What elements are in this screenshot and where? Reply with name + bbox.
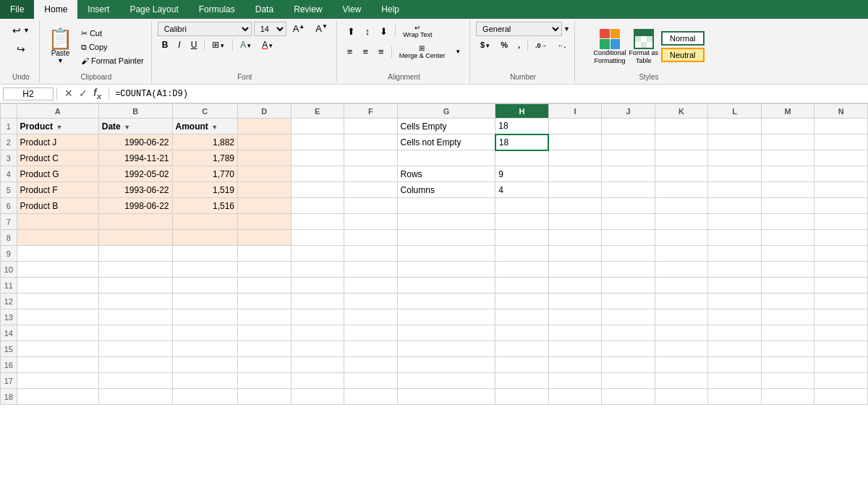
tab-file[interactable]: File (0, 0, 34, 19)
cell-D6[interactable] (238, 198, 292, 214)
col-header-e[interactable]: E (291, 104, 344, 119)
cell-G6[interactable] (397, 198, 495, 214)
row-header-10[interactable]: 10 (1, 262, 17, 278)
cell-B2[interactable]: 1990-06-22 (98, 134, 172, 150)
cell-J8[interactable] (602, 230, 655, 246)
confirm-formula-button[interactable]: ✓ (77, 87, 89, 99)
cell-F18[interactable] (344, 389, 398, 405)
row-header-12[interactable]: 12 (1, 294, 17, 309)
col-header-h[interactable]: H (495, 104, 549, 119)
cell-N18[interactable] (814, 389, 868, 405)
cell-D3[interactable] (238, 150, 292, 166)
tab-view[interactable]: View (333, 0, 372, 19)
cell-H10[interactable] (495, 262, 549, 278)
row-header-15[interactable]: 15 (1, 341, 17, 357)
cell-M16[interactable] (761, 357, 814, 373)
cell-C7[interactable] (172, 214, 237, 230)
cell-G18[interactable] (397, 389, 495, 405)
cell-I4[interactable] (548, 166, 602, 182)
cell-K9[interactable] (655, 246, 708, 262)
cell-H3[interactable] (495, 150, 549, 166)
cell-G5[interactable]: Columns (397, 182, 495, 198)
cell-D9[interactable] (238, 246, 292, 262)
cell-C10[interactable] (172, 262, 237, 278)
align-middle-button[interactable]: ↕ (361, 24, 375, 39)
cell-K4[interactable] (655, 166, 708, 182)
cell-L7[interactable] (708, 214, 762, 230)
currency-button[interactable]: $▼ (476, 38, 495, 51)
cell-H18[interactable] (495, 389, 549, 405)
cell-M2[interactable] (761, 134, 814, 150)
cell-C5[interactable]: 1,519 (172, 182, 237, 198)
tab-insert[interactable]: Insert (77, 0, 119, 19)
col-header-d[interactable]: D (238, 104, 292, 119)
cell-B9[interactable] (98, 246, 172, 262)
cell-B5[interactable]: 1993-06-22 (98, 182, 172, 198)
cell-B16[interactable] (98, 357, 172, 373)
conditional-formatting-button[interactable]: ConditionalFormatting (594, 29, 626, 65)
normal-style-button[interactable]: Normal (661, 31, 704, 46)
row-header-14[interactable]: 14 (1, 325, 17, 341)
cell-H7[interactable] (495, 214, 549, 230)
col-header-k[interactable]: K (655, 104, 708, 119)
cell-N7[interactable] (814, 214, 868, 230)
cell-E6[interactable] (291, 198, 344, 214)
tab-formulas[interactable]: Formulas (189, 0, 245, 19)
cell-F6[interactable] (344, 198, 398, 214)
align-right-button[interactable]: ≡ (374, 44, 388, 59)
cell-K5[interactable] (655, 182, 708, 198)
cell-I6[interactable] (548, 198, 602, 214)
cell-K11[interactable] (655, 278, 708, 294)
cell-I7[interactable] (548, 214, 602, 230)
tab-review[interactable]: Review (284, 0, 332, 19)
cell-A8[interactable] (17, 230, 98, 246)
cell-B18[interactable] (98, 389, 172, 405)
cell-M13[interactable] (761, 309, 814, 325)
cell-F15[interactable] (344, 341, 398, 357)
neutral-style-button[interactable]: Neutral (661, 48, 704, 62)
number-format-arrow[interactable]: ▼ (563, 25, 570, 33)
cell-N11[interactable] (814, 278, 868, 294)
cell-E12[interactable] (291, 294, 344, 309)
cell-M1[interactable] (761, 119, 814, 134)
redo-button[interactable]: ↪ (11, 40, 31, 58)
row-header-8[interactable]: 8 (1, 230, 17, 246)
row-header-4[interactable]: 4 (1, 166, 17, 182)
cell-M3[interactable] (761, 150, 814, 166)
cell-D10[interactable] (238, 262, 292, 278)
tab-page-layout[interactable]: Page Layout (119, 0, 188, 19)
cell-C2[interactable]: 1,882 (172, 134, 237, 150)
cell-L11[interactable] (708, 278, 762, 294)
format-as-table-button[interactable]: Format asTable (629, 29, 659, 65)
percent-button[interactable]: % (496, 38, 512, 51)
cell-A15[interactable] (17, 341, 98, 357)
cell-I2[interactable] (548, 134, 602, 150)
cell-A3[interactable]: Product C (17, 150, 98, 166)
col-header-b[interactable]: B (98, 104, 172, 119)
cell-A6[interactable]: Product B (17, 198, 98, 214)
cell-B3[interactable]: 1994-11-21 (98, 150, 172, 166)
cell-J18[interactable] (602, 389, 655, 405)
cell-L14[interactable] (708, 325, 762, 341)
cell-M10[interactable] (761, 262, 814, 278)
cell-A11[interactable] (17, 278, 98, 294)
cell-L1[interactable] (708, 119, 762, 134)
align-top-button[interactable]: ⬆ (343, 24, 359, 39)
font-name-select[interactable]: Calibri (158, 22, 252, 36)
cell-J2[interactable] (602, 134, 655, 150)
cell-E3[interactable] (291, 150, 344, 166)
format-painter-button[interactable]: 🖌 Format Painter (78, 55, 147, 67)
cell-G13[interactable] (397, 309, 495, 325)
cell-K14[interactable] (655, 325, 708, 341)
undo-button[interactable]: ↩ ▼ (7, 22, 35, 39)
cell-B13[interactable] (98, 309, 172, 325)
cell-reference-input[interactable] (3, 87, 54, 100)
cell-J6[interactable] (602, 198, 655, 214)
cell-J9[interactable] (602, 246, 655, 262)
col-header-f[interactable]: F (344, 104, 398, 119)
cell-G1[interactable]: Cells Empty (397, 119, 495, 134)
increase-decimal-button[interactable]: .0→ (531, 38, 552, 51)
cell-N9[interactable] (814, 246, 868, 262)
number-format-select[interactable]: General (476, 22, 562, 36)
row-header-11[interactable]: 11 (1, 278, 17, 294)
